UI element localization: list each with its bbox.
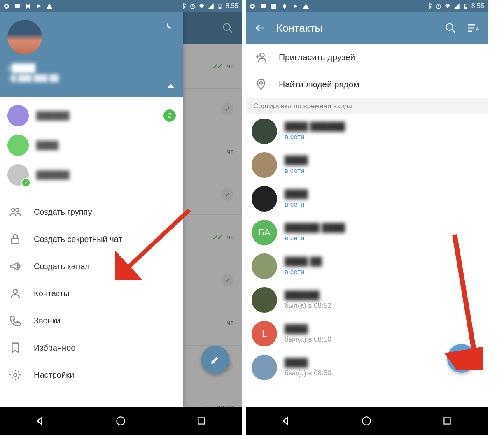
svg-rect-2: [15, 4, 20, 8]
contact-row[interactable]: БА██████ ████в сети: [246, 216, 488, 249]
contact-name: ████: [285, 156, 308, 165]
menu-new-secret[interactable]: Создать секретный чат: [0, 225, 183, 253]
invite-friends-row[interactable]: Пригласить друзей: [246, 44, 488, 71]
action-label: Найти людей рядом: [279, 79, 359, 89]
svg-point-15: [251, 5, 253, 7]
people-nearby-row[interactable]: Найти людей рядом: [246, 71, 488, 98]
menu-settings[interactable]: Настройки: [0, 361, 183, 388]
contact-status: в сети: [285, 268, 322, 276]
bluetooth-icon: [426, 3, 433, 9]
photos-icon: [281, 3, 288, 9]
contact-avatar: [252, 355, 277, 380]
home-nav-icon[interactable]: [115, 416, 126, 426]
search-icon[interactable]: [445, 22, 456, 34]
contact-avatar: [252, 287, 277, 313]
account-avatar: ✓: [7, 164, 29, 186]
account-row[interactable]: ████: [0, 130, 183, 160]
photos-icon: [25, 3, 31, 9]
menu-new-channel[interactable]: Создать канал: [0, 253, 183, 280]
account-name: ██████: [36, 170, 70, 179]
chat-icon: [14, 3, 21, 9]
account-avatar: [7, 105, 29, 126]
nav-circle-icon: [249, 3, 256, 9]
contact-row[interactable]: ████в сети: [246, 182, 488, 216]
back-nav-icon[interactable]: [281, 416, 292, 426]
contact-row[interactable]: L████был(а) в 08:50: [246, 317, 488, 351]
contact-row[interactable]: ██████был(а) в 08:52: [246, 283, 488, 317]
account-name: ████: [36, 141, 58, 150]
menu-label: Создать канал: [34, 262, 90, 271]
svg-point-21: [446, 24, 453, 30]
night-mode-icon[interactable]: [163, 21, 174, 33]
contact-name: ████ ██████: [285, 122, 345, 131]
invite-icon: [255, 51, 267, 63]
phone-icon: [9, 314, 21, 327]
battery-icon: [217, 3, 223, 9]
account-row[interactable]: ✓ ██████: [0, 160, 183, 190]
svg-point-25: [363, 417, 371, 425]
active-check-icon: ✓: [21, 178, 30, 187]
add-contact-fab[interactable]: +: [447, 344, 476, 373]
menu-label: Создать группу: [34, 207, 92, 217]
lock-icon: [9, 233, 21, 245]
person-icon: [9, 287, 21, 300]
contact-row[interactable]: ████в сети: [246, 148, 488, 182]
contact-row[interactable]: ████ ██████в сети: [246, 114, 488, 148]
play-icon: [35, 3, 42, 9]
menu-label: Контакты: [34, 289, 69, 298]
warning-icon: [46, 3, 53, 9]
menu-calls[interactable]: Звонки: [0, 307, 183, 334]
svg-point-24: [260, 81, 262, 84]
svg-text:A: A: [476, 26, 479, 31]
status-bar: 8:55: [0, 0, 242, 12]
svg-point-23: [260, 53, 264, 57]
megaphone-icon: [9, 260, 21, 272]
bookmark-icon: [9, 342, 21, 354]
contact-avatar: БА: [252, 220, 277, 245]
navigation-drawer: o████ +█ ███ ███ ██ ██████ 2 ████ ✓ ████…: [0, 12, 183, 407]
signal-icon: [453, 3, 460, 9]
back-nav-icon[interactable]: [35, 416, 46, 426]
warning-icon: [303, 3, 309, 9]
contact-status: в сети: [285, 234, 345, 242]
menu-saved[interactable]: Избранное: [0, 334, 183, 361]
menu-label: Создать секретный чат: [34, 235, 122, 244]
alarm-icon: [435, 3, 442, 9]
page-title: Контакты: [276, 22, 434, 35]
contact-avatar: [252, 253, 277, 279]
menu-label: Избранное: [34, 343, 75, 353]
svg-rect-5: [219, 7, 221, 9]
contact-avatar: [252, 186, 277, 212]
phone-left: 8:55 ✓✓чт чт ✓✓чт kak-v… чт m -iz ✓✓08:2…: [0, 0, 242, 435]
wifi-icon: [444, 3, 451, 9]
contact-name: ████: [285, 324, 331, 334]
menu-new-group[interactable]: Создать группу: [0, 198, 183, 225]
status-bar: 8:55: [246, 0, 488, 12]
recent-nav-icon[interactable]: [196, 416, 207, 426]
user-avatar[interactable]: [7, 20, 42, 54]
gear-icon: [9, 369, 21, 381]
svg-point-8: [16, 208, 19, 212]
section-header: Сортировка по времени входа: [246, 98, 488, 114]
expand-toggle-icon[interactable]: [168, 84, 174, 88]
menu-contacts[interactable]: Контакты: [0, 280, 183, 307]
location-icon: [255, 78, 267, 91]
account-row[interactable]: ██████ 2: [0, 101, 183, 130]
contact-row[interactable]: ████ ██в сети: [246, 249, 488, 283]
svg-rect-16: [261, 4, 266, 8]
contact-name: ██████: [285, 291, 331, 300]
android-navbar: [0, 407, 242, 435]
android-navbar: [246, 407, 488, 435]
compose-fab[interactable]: [201, 346, 229, 374]
svg-rect-26: [444, 418, 450, 424]
image-icon: [271, 3, 277, 9]
chat-icon: [260, 3, 266, 9]
contact-status: был(а) в 08:50: [285, 369, 331, 377]
back-icon[interactable]: [254, 22, 266, 34]
sort-icon[interactable]: A: [467, 23, 479, 33]
recent-nav-icon[interactable]: [442, 416, 453, 426]
svg-point-11: [14, 373, 17, 377]
home-nav-icon[interactable]: [361, 416, 372, 426]
svg-point-12: [117, 417, 125, 425]
user-name: o████: [7, 63, 176, 73]
